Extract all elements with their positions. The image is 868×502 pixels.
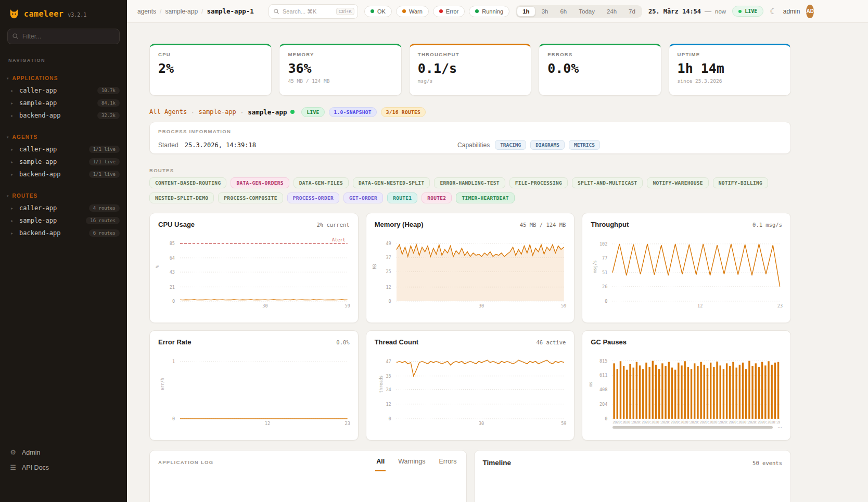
search-shortcut-kbd: Ctrl+K bbox=[336, 8, 354, 15]
dark-mode-toggle[interactable]: ☾ bbox=[770, 7, 776, 16]
status-filter-chip-warn[interactable]: Warn bbox=[396, 6, 429, 17]
breadcrumb-separator: / bbox=[201, 8, 203, 15]
sidebar-item-label: backend-app bbox=[19, 112, 60, 119]
log-tab-all[interactable]: All bbox=[375, 458, 386, 471]
stat-label: UPTIME bbox=[678, 52, 782, 57]
stat-cards-row: CPU 2% MEMORY 36% 45 MB / 124 MB THROUGH… bbox=[149, 44, 791, 96]
breadcrumb-agents[interactable]: agents bbox=[137, 8, 156, 15]
route-chip-data-gen-files[interactable]: DATA-GEN-FILES bbox=[293, 177, 349, 188]
sidebar-section-header[interactable]: ▾ APPLICATIONS bbox=[0, 73, 127, 84]
chart-card-gc-pauses: GC Pauses ms 8156114082040 2020:2020:202… bbox=[582, 330, 791, 441]
horizontal-scrollbar[interactable] bbox=[612, 426, 773, 429]
sidebar-item-applications-backend-app[interactable]: ▸ backend-app 32.2k bbox=[0, 109, 127, 122]
sidebar-item-agents-caller-app[interactable]: ▸ caller-app 1/1 live bbox=[0, 143, 127, 156]
separator: · bbox=[241, 108, 243, 116]
all-agents-link[interactable]: All Agents bbox=[149, 108, 187, 115]
capability-chip-metrics: METRICS bbox=[569, 140, 600, 150]
range-button-7d[interactable]: 7d bbox=[623, 6, 641, 17]
status-dot-icon bbox=[475, 9, 479, 13]
log-tab-warnings[interactable]: Warnings bbox=[397, 458, 426, 471]
sidebar-item-routes-backend-app[interactable]: ▸ backend-app 6 routes bbox=[0, 227, 127, 239]
live-indicator: LIVE bbox=[732, 6, 763, 17]
route-chip-content-based-routing[interactable]: CONTENT-BASED-ROUTING bbox=[149, 177, 226, 188]
chart-body: msg/s 1027751260 1223 bbox=[591, 235, 782, 313]
sidebar-item-applications-caller-app[interactable]: ▸ caller-app 10.7k bbox=[0, 84, 127, 97]
route-chip-route2[interactable]: ROUTE2 bbox=[422, 192, 452, 203]
process-info-title: PROCESS INFORMATION bbox=[158, 128, 782, 134]
range-button-today[interactable]: Today bbox=[573, 6, 601, 17]
svg-text:Alert: Alert bbox=[332, 237, 346, 242]
sidebar-item-agents-backend-app[interactable]: ▸ backend-app 1/1 live bbox=[0, 168, 127, 181]
chart-header: Error Rate 0.0% bbox=[158, 338, 350, 349]
range-button-1h[interactable]: 1h bbox=[517, 6, 535, 17]
agent-badges: LIVE1.0-SNAPSHOT3/16 ROUTES bbox=[301, 107, 426, 117]
chevron-right-icon: ▸ bbox=[11, 218, 15, 223]
user-name[interactable]: admin bbox=[783, 8, 800, 15]
chart-y-axis-label: % bbox=[155, 265, 160, 268]
time-range-display[interactable]: 25. März 14:54 — now bbox=[648, 7, 726, 15]
route-chip-process-order[interactable]: PROCESS-ORDER bbox=[287, 192, 339, 203]
y-tick-label: 204 bbox=[599, 402, 607, 407]
route-chip-notify-billing[interactable]: NOTIFY-BILLING bbox=[713, 177, 768, 188]
status-filter-chip-running[interactable]: Running bbox=[469, 6, 509, 17]
chart-current-value: 2% current bbox=[316, 222, 349, 228]
log-tab-errors[interactable]: Errors bbox=[438, 458, 457, 471]
range-button-6h[interactable]: 6h bbox=[554, 6, 572, 17]
global-search[interactable]: Ctrl+K bbox=[269, 4, 358, 19]
route-chip-get-order[interactable]: GET-ORDER bbox=[343, 192, 383, 203]
sidebar-item-routes-sample-app[interactable]: ▸ sample-app 16 routes bbox=[0, 214, 127, 227]
routes-section-label: ROUTES bbox=[149, 168, 791, 173]
route-chip-split-and-multicast[interactable]: SPLIT-AND-MULTICAST bbox=[572, 177, 643, 188]
route-chip-process-composite[interactable]: PROCESS-COMPOSITE bbox=[218, 192, 283, 203]
stat-label: CPU bbox=[158, 52, 263, 57]
x-tick-label: 59 bbox=[561, 303, 566, 308]
chart-header: GC Pauses bbox=[591, 338, 782, 349]
route-chip-nested-split-demo[interactable]: NESTED-SPLIT-DEMO bbox=[149, 192, 214, 203]
route-chip-error-handling-test[interactable]: ERROR-HANDLING-TEST bbox=[434, 177, 505, 188]
section-label: APPLICATIONS bbox=[12, 75, 58, 81]
range-button-3h[interactable]: 3h bbox=[536, 6, 554, 17]
stat-value: 2% bbox=[158, 61, 263, 76]
chart-plot: Alert bbox=[180, 235, 348, 302]
logo[interactable]: cameleer v3.2.1 bbox=[0, 0, 127, 19]
y-tick-label: 25 bbox=[386, 269, 391, 274]
datetime-now: now bbox=[715, 8, 726, 15]
sidebar-item-agents-sample-app[interactable]: ▸ sample-app 1/1 live bbox=[0, 156, 127, 168]
avatar[interactable]: AD bbox=[806, 5, 813, 18]
agent-app-link[interactable]: sample-app bbox=[199, 108, 236, 115]
sidebar-item-label: backend-app bbox=[19, 171, 60, 178]
chart-card-cpu-usage: CPU Usage 2% current % 856443210 Alert 3… bbox=[149, 213, 359, 323]
route-chip-notify-warehouse[interactable]: NOTIFY-WAREHOUSE bbox=[647, 177, 708, 188]
sidebar-item-applications-sample-app[interactable]: ▸ sample-app 84.1k bbox=[0, 97, 127, 109]
main-content[interactable]: CPU 2% MEMORY 36% 45 MB / 124 MB THROUGH… bbox=[127, 23, 868, 502]
route-chip-timer-heartbeat[interactable]: TIMER-HEARTBEAT bbox=[456, 192, 514, 203]
sidebar-section-header[interactable]: ▾ AGENTS bbox=[0, 132, 127, 143]
sidebar-item-routes-caller-app[interactable]: ▸ caller-app 4 routes bbox=[0, 202, 127, 214]
y-tick-label: 24 bbox=[386, 387, 391, 392]
sidebar-footer-item-admin[interactable]: ⚙ Admin bbox=[0, 445, 127, 460]
sidebar-item-label: backend-app bbox=[19, 229, 60, 237]
stat-sub: since 25.3.2026 bbox=[678, 78, 782, 84]
breadcrumb-sample-app[interactable]: sample-app bbox=[165, 8, 198, 15]
log-tabs: AllWarningsErrors bbox=[375, 458, 457, 471]
y-tick-label: 611 bbox=[599, 372, 607, 378]
route-chip-data-gen-nested-split[interactable]: DATA-GEN-NESTED-SPLIT bbox=[353, 177, 430, 188]
status-filter-chip-ok[interactable]: OK bbox=[364, 6, 392, 17]
status-filter-chip-error[interactable]: Error bbox=[433, 6, 465, 17]
sidebar-footer-item-api-docs[interactable]: ☰ API Docs bbox=[0, 460, 127, 475]
sidebar-section-header[interactable]: ▾ ROUTES bbox=[0, 191, 127, 202]
range-button-24h[interactable]: 24h bbox=[601, 6, 622, 17]
sidebar-section-applications: ▾ APPLICATIONS ▸ caller-app 10.7k ▸ samp… bbox=[0, 73, 127, 122]
sidebar-item-badge: 1/1 live bbox=[89, 146, 120, 153]
search-input[interactable] bbox=[283, 8, 333, 15]
app-version: v3.2.1 bbox=[68, 12, 86, 18]
sidebar-item-badge: 10.7k bbox=[97, 87, 120, 94]
x-tick-label: 30 bbox=[479, 421, 484, 426]
sidebar-filter-input[interactable] bbox=[7, 29, 120, 44]
route-chip-route1[interactable]: ROUTE1 bbox=[387, 192, 417, 203]
x-tick-label: 59 bbox=[561, 421, 566, 426]
y-tick-label: 0 bbox=[172, 299, 175, 304]
route-chip-data-gen-orders[interactable]: DATA-GEN-ORDERS bbox=[231, 177, 289, 188]
route-chip-file-processing[interactable]: FILE-PROCESSING bbox=[509, 177, 568, 188]
badge-3-16-routes: 3/16 ROUTES bbox=[381, 107, 426, 117]
